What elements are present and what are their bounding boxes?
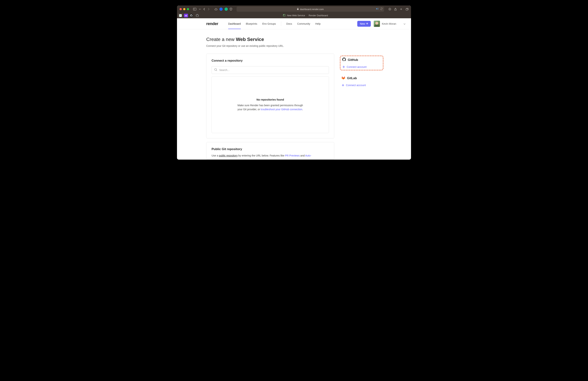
nav-help[interactable]: Help: [315, 19, 320, 29]
provider-github: GitHub Connect account: [341, 57, 382, 69]
nav-divider: [281, 21, 281, 26]
repo-search-input[interactable]: [219, 68, 326, 71]
page-content: Create a new Web Service Connect your Gi…: [177, 29, 411, 160]
sidebar-toggle-icon[interactable]: [193, 8, 196, 10]
plus-icon: [342, 65, 345, 68]
address-bar[interactable]: dashboard.render.com: [237, 7, 384, 12]
nav-dashboard[interactable]: Dashboard: [228, 19, 241, 29]
no-repos-hint: Make sure Render has been granted permis…: [237, 103, 303, 111]
svg-rect-0: [193, 8, 196, 10]
avatar: [374, 21, 380, 27]
active-tab-title[interactable]: New Web Service · Render Dashboard: [201, 14, 410, 17]
plus-icon: [366, 22, 368, 25]
provider-gitlab: GitLab Connect account: [341, 76, 382, 87]
minimize-window-button[interactable]: [183, 8, 185, 10]
pr-previews-link[interactable]: PR Previews: [285, 154, 300, 157]
public-repo-card: Public Git repository Use a public repos…: [206, 142, 334, 160]
user-name: Kevin Moran: [382, 22, 396, 25]
main-nav: Dashboard Blueprints Env Groups Docs Com…: [228, 19, 320, 29]
svg-rect-5: [406, 9, 408, 10]
auto-deploy-link[interactable]: Auto-: [305, 154, 311, 157]
github-icon: [342, 58, 346, 62]
traffic-lights: [180, 8, 189, 10]
forward-button[interactable]: [208, 8, 210, 10]
close-window-button[interactable]: [180, 8, 182, 10]
pinned-tab-2[interactable]: ed: [184, 14, 188, 17]
app-header: render Dashboard Blueprints Env Groups D…: [177, 18, 411, 29]
pinned-tab-3[interactable]: [189, 14, 193, 17]
nav-community[interactable]: Community: [297, 19, 310, 29]
user-menu[interactable]: Kevin Moran: [374, 21, 405, 27]
svg-point-9: [215, 68, 217, 71]
gitlab-connect-button[interactable]: Connect account: [341, 84, 382, 87]
downloads-icon[interactable]: [389, 8, 391, 10]
url-text: dashboard.render.com: [300, 8, 324, 11]
share-icon[interactable]: [394, 8, 397, 11]
no-repos-title: No repositories found: [256, 98, 284, 101]
repo-results-box: No repositories found Make sure Render h…: [211, 76, 329, 133]
shield-icon[interactable]: [230, 8, 232, 11]
pinned-tab-4[interactable]: [194, 13, 200, 18]
new-tab-icon[interactable]: [400, 8, 402, 10]
chevron-down-icon[interactable]: [199, 9, 201, 10]
back-button[interactable]: [203, 8, 205, 10]
public-repo-title: Public Git repository: [211, 147, 329, 151]
connect-repository-card: Connect a repository No repositories fou…: [206, 54, 334, 138]
gitlab-heading: GitLab: [341, 76, 382, 81]
tab-strip: ed New Web Service · Render Dashboard: [177, 13, 411, 18]
render-favicon-icon: [283, 14, 285, 17]
search-icon: [214, 68, 217, 72]
maximize-window-button[interactable]: [187, 8, 189, 10]
troubleshoot-link[interactable]: troubleshoot your GitHub connection: [261, 108, 302, 111]
gitlab-icon: [341, 76, 345, 81]
providers-sidebar: GitHub Connect account: [341, 54, 382, 94]
tabs-overview-icon[interactable]: [406, 8, 408, 10]
lock-icon: [297, 8, 299, 11]
audio-icon[interactable]: [376, 8, 378, 11]
new-button[interactable]: New: [357, 21, 371, 27]
browser-window: dashboard.render.com: [177, 5, 411, 160]
nav-docs[interactable]: Docs: [286, 19, 292, 29]
extension-green-icon[interactable]: [225, 7, 228, 11]
reload-icon[interactable]: [380, 8, 383, 11]
extension-blue-icon[interactable]: [219, 7, 223, 11]
svg-rect-2: [297, 9, 299, 10]
plus-icon: [341, 84, 344, 87]
pinned-tab-1[interactable]: [178, 13, 183, 18]
render-logo[interactable]: render: [206, 21, 218, 26]
public-repo-text: Use a public repository by entering the …: [211, 154, 329, 158]
github-heading: GitHub: [342, 58, 381, 62]
connect-repo-title: Connect a repository: [211, 59, 329, 63]
nav-blueprints[interactable]: Blueprints: [246, 19, 257, 29]
page-subtitle: Connect your Git repository or use an ex…: [206, 44, 382, 47]
extension-icons: [214, 7, 232, 11]
github-connect-button[interactable]: Connect account: [342, 65, 381, 68]
page-title: Create a new Web Service: [206, 37, 382, 42]
cloud-icon[interactable]: [214, 7, 218, 11]
browser-titlebar: dashboard.render.com: [177, 5, 411, 13]
nav-env-groups[interactable]: Env Groups: [262, 19, 276, 29]
repo-search[interactable]: [211, 66, 329, 74]
app-viewport: render Dashboard Blueprints Env Groups D…: [177, 18, 411, 160]
chevron-down-icon: [403, 22, 405, 25]
svg-rect-8: [284, 15, 284, 15]
